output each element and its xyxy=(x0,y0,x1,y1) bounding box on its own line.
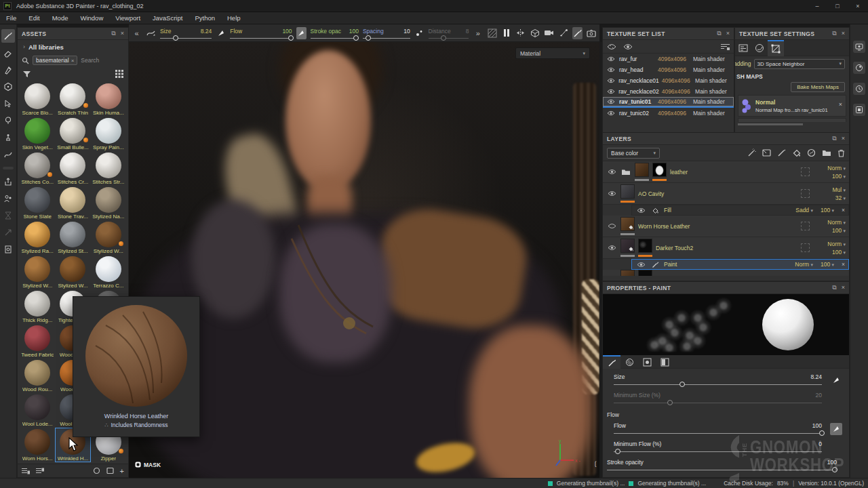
eye-icon[interactable] xyxy=(635,262,646,268)
layer-opacity-select[interactable]: 100 ▾ xyxy=(832,249,846,256)
float-panel-icon[interactable]: ⧉ xyxy=(832,284,836,291)
add-effect-icon[interactable] xyxy=(807,148,816,157)
eraser-tool[interactable] xyxy=(1,46,15,60)
texture-set-row[interactable]: rav_necklace01 4096x4096 Main shader xyxy=(603,75,734,86)
layer-row[interactable]: leather Norm ▾100 ▾ xyxy=(603,161,849,183)
paint-tool[interactable] xyxy=(1,29,15,43)
layer-thumbnail[interactable] xyxy=(620,239,635,253)
texture-set-row[interactable]: rav_fur 4096x4096 Main shader xyxy=(603,54,734,64)
delete-effect-button[interactable]: × xyxy=(842,261,845,268)
add-smart-mask-icon[interactable] xyxy=(762,148,771,157)
camera-icon[interactable] xyxy=(544,27,554,39)
collapse-toolbar-icon[interactable]: « xyxy=(132,27,142,39)
new-folder-icon[interactable] xyxy=(106,467,114,474)
asset-item[interactable]: Scratch Thin xyxy=(55,82,90,117)
blend-mode-select[interactable]: Norm ▾ xyxy=(827,241,846,247)
size-slider[interactable]: Size8.24 xyxy=(614,371,822,389)
menu-item[interactable]: Window xyxy=(74,14,109,22)
layer-thumbnail[interactable] xyxy=(620,217,635,231)
filter-funnel-icon[interactable] xyxy=(22,70,31,78)
stamp-tool[interactable] xyxy=(1,131,15,144)
list-view-icon[interactable] xyxy=(22,468,30,474)
effect-row[interactable]: Paint Norm ▾ 100 ▾ × xyxy=(631,259,849,270)
blend-mode-select[interactable]: Sadd ▾ xyxy=(795,207,813,214)
minimum-size-slider[interactable]: Minimum Size (%)20 xyxy=(614,389,822,407)
float-panel-icon[interactable]: ⧉ xyxy=(832,135,836,142)
viewport-scroll-handle[interactable]: ❲ xyxy=(593,460,598,467)
bake-mesh-maps-button[interactable]: Bake Mesh Maps xyxy=(791,82,845,92)
particle-tool[interactable] xyxy=(1,148,15,161)
stroke-opacity-slider[interactable]: Stroke opac100 xyxy=(311,24,359,41)
layer-opacity-select[interactable]: 100 ▾ xyxy=(832,227,846,234)
flow-slider[interactable]: Flow100 xyxy=(614,420,822,438)
visibility-icon[interactable] xyxy=(623,43,633,50)
stroke-path-icon[interactable] xyxy=(146,27,156,39)
tab-material-icon[interactable] xyxy=(656,355,673,369)
tab-stencil-icon[interactable] xyxy=(638,355,656,369)
asset-item[interactable]: Stylized W... xyxy=(55,255,90,289)
eye-icon[interactable] xyxy=(606,56,616,62)
viewport-shading-dropdown[interactable]: Material▾ xyxy=(515,47,590,59)
toggle-all-visibility-icon[interactable] xyxy=(607,43,616,50)
eye-icon[interactable] xyxy=(606,190,617,197)
tab-general-icon[interactable] xyxy=(735,40,751,56)
asset-item[interactable]: Skin Veget... xyxy=(20,117,55,151)
asset-item[interactable]: Stylized St... xyxy=(55,220,90,255)
more-options-icon[interactable]: » xyxy=(473,27,483,39)
symmetry-icon[interactable] xyxy=(515,27,526,39)
export-tool[interactable] xyxy=(1,175,15,188)
asset-item[interactable]: Skin Huma... xyxy=(91,82,126,117)
flow-slider[interactable]: Flow100 xyxy=(230,24,292,41)
delete-effect-button[interactable]: × xyxy=(842,207,845,214)
float-panel-icon[interactable]: ⧉ xyxy=(111,30,115,37)
layer-row[interactable]: Worn Horse Leather Norm ▾100 ▾ xyxy=(603,216,849,237)
normal-map-slot[interactable]: Normal Normal Map fro...sh rav_tunic01 × xyxy=(738,95,846,117)
asset-item[interactable]: Stitches Cr... xyxy=(55,151,90,186)
particles-icon[interactable] xyxy=(558,27,568,39)
asset-item[interactable]: Terrazzo C... xyxy=(91,255,126,289)
paint-mode-icon[interactable] xyxy=(572,27,583,39)
asset-item[interactable]: Stitches Co... xyxy=(20,151,55,186)
add-smart-material-icon[interactable] xyxy=(747,148,756,157)
pen-pressure-flow-icon[interactable] xyxy=(296,27,307,39)
tab-channels-icon[interactable] xyxy=(751,40,768,56)
layer-row[interactable]: AO Cavity Mul ▾32 ▾ xyxy=(603,183,849,205)
tab-brush-icon[interactable] xyxy=(603,355,620,369)
tab-alpha-icon[interactable] xyxy=(620,355,638,369)
add-paint-layer-icon[interactable] xyxy=(777,148,786,157)
polygon-fill-tool[interactable] xyxy=(1,80,15,94)
bake-tool[interactable] xyxy=(1,243,15,256)
asset-item[interactable]: Stone Slate xyxy=(20,186,55,220)
detail-view-icon[interactable] xyxy=(36,468,44,474)
menu-item[interactable]: Python xyxy=(189,14,221,22)
asset-item[interactable]: Scarce Blo... xyxy=(20,82,55,117)
asset-item[interactable]: Wool Lode... xyxy=(20,393,55,428)
eye-icon[interactable] xyxy=(606,110,616,116)
float-panel-icon[interactable]: ⧉ xyxy=(832,30,836,37)
eye-icon[interactable] xyxy=(606,99,616,104)
menu-item[interactable]: Help xyxy=(221,14,247,22)
blend-mode-select[interactable]: Mul ▾ xyxy=(832,186,846,193)
library-selector[interactable]: ›All libraries xyxy=(18,40,128,54)
pause-engine-icon[interactable] xyxy=(501,27,511,39)
eye-off-icon[interactable] xyxy=(606,223,617,229)
close-panel-icon[interactable]: × xyxy=(121,30,124,37)
resources-tool[interactable] xyxy=(1,192,15,205)
asset-item[interactable]: Thick Ridg... xyxy=(20,289,55,324)
blend-mode-select[interactable]: Norm ▾ xyxy=(795,261,813,268)
menu-item[interactable]: Edit xyxy=(22,14,45,22)
eye-icon[interactable] xyxy=(606,67,616,73)
remove-tag-icon[interactable]: × xyxy=(71,58,75,64)
refresh-icon[interactable] xyxy=(93,467,100,474)
layer-thumbnail[interactable] xyxy=(635,163,649,177)
asset-item[interactable]: Stylized W... xyxy=(91,220,126,255)
asset-item[interactable]: Worn Hors... xyxy=(20,428,55,462)
close-panel-icon[interactable]: × xyxy=(726,30,730,37)
grid-view-icon[interactable] xyxy=(115,70,123,78)
eye-icon[interactable] xyxy=(635,207,646,214)
menu-item[interactable]: JavaScript xyxy=(146,14,189,22)
maximize-button[interactable]: □ xyxy=(827,0,848,12)
asset-item[interactable]: Tweed Fabric xyxy=(20,324,55,359)
close-panel-icon[interactable]: × xyxy=(842,30,845,37)
blend-mode-select[interactable]: Norm ▾ xyxy=(827,165,846,171)
